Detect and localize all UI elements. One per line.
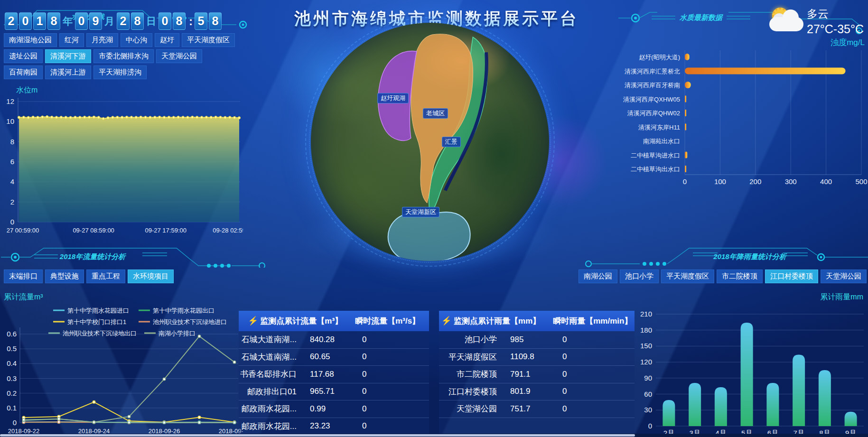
svg-text:200: 200	[749, 177, 761, 186]
table-row[interactable]: 市二院楼顶791.10	[439, 366, 635, 383]
table-row[interactable]: 邮政雨水花园...0.990	[239, 400, 429, 418]
cumulative-value: 965.71	[310, 387, 362, 396]
svg-text:清溪河东岸H11: 清溪河东岸H11	[638, 124, 680, 131]
location-tab[interactable]: 中心沟	[121, 33, 152, 47]
svg-text:30: 30	[644, 406, 652, 414]
svg-text:第十中学校门口排口1: 第十中学校门口排口1	[67, 318, 126, 325]
instant-value: 0	[562, 335, 635, 344]
map-region-tiantanghu[interactable]	[388, 212, 470, 261]
svg-text:0.6: 0.6	[7, 330, 17, 338]
station-tab-row: 遗址公园清溪河下游市委北侧排水沟天堂湖公园	[4, 49, 247, 63]
table-row[interactable]: 邮政雨水花园...23.230	[239, 418, 429, 436]
svg-text:90: 90	[644, 374, 652, 382]
datetime-flip-clock: 2018年09月28日08:58	[5, 12, 223, 30]
instant-value: 0	[362, 387, 429, 396]
table-row[interactable]: 江口村委楼顶801.90	[439, 383, 635, 401]
flow-category-tab[interactable]: 典型设施	[45, 270, 84, 283]
monitor-point-name: 石城大道南湖...	[239, 352, 310, 363]
svg-text:0.5: 0.5	[7, 344, 17, 353]
city-map[interactable]: 赵圩观湖老城区汇景天堂湖新区	[311, 23, 549, 261]
table-row[interactable]: 石城大道南湖...840.280	[239, 331, 429, 349]
svg-text:0.2: 0.2	[7, 389, 17, 397]
table-row[interactable]: 天堂湖公园751.70	[439, 400, 635, 418]
rain-station-tab[interactable]: 市二院楼顶	[717, 270, 763, 283]
rain-table-body: 池口小学9850平天湖度假区1109.80市二院楼顶791.10江口村委楼顶80…	[439, 331, 635, 418]
rainfall-bar-chart: 03060901201501802102月3月4月5月6月7月8月9月	[635, 304, 867, 437]
flow-line-chart: 00.10.20.30.40.50.62018-09-222018-09-242…	[2, 303, 243, 437]
table-row[interactable]: 平天湖度假区1109.80	[439, 349, 635, 366]
instant-value: 0	[362, 404, 429, 414]
cumulative-value: 791.1	[510, 370, 562, 379]
clock-digit: 8	[131, 12, 144, 30]
flow-category-tab[interactable]: 重点工程	[86, 270, 125, 283]
monitor-point-name: 邮政排出口01	[239, 386, 310, 397]
rain-station-tab[interactable]: 平天湖度假区	[661, 270, 714, 283]
instant-value: 0	[362, 421, 429, 431]
dashboard: 池州市海绵城市监测数据展示平台 水位过程线 2018年09月28日08:58 南…	[0, 0, 868, 437]
monitor-point-name: 邮政雨水花园...	[239, 403, 310, 414]
location-tab[interactable]: 月亮湖	[86, 33, 118, 47]
flow-table: ⚡监测点累计流量【m³】 瞬时流量【m³/s】 石城大道南湖...840.280…	[239, 311, 429, 437]
clock-digit: 1	[33, 12, 46, 30]
weather-panel: 多云 27°C-35°C 浊度mg/L	[807, 7, 865, 48]
rain-unit-label: 累计雨量mm	[820, 292, 863, 302]
lightning-icon: ⚡	[441, 316, 452, 325]
cumulative-value: 801.9	[510, 387, 562, 396]
rain-station-tab[interactable]: 池口小学	[620, 270, 659, 283]
location-tab[interactable]: 遗址公园	[4, 49, 43, 63]
instant-value: 0	[362, 370, 429, 379]
water-level-chart: 02468101227 00:59:0009-27 08:59:0009-27 …	[2, 94, 243, 236]
svg-text:100: 100	[714, 177, 726, 186]
svg-text:6: 6	[10, 158, 14, 166]
clock-unit-label: 日	[146, 15, 156, 28]
clock-unit-label: 年	[63, 15, 73, 28]
horizontal-scrollbar[interactable]	[0, 434, 868, 437]
table-row[interactable]: 邮政排出口01965.710	[239, 383, 429, 401]
scrollbar-thumb[interactable]	[0, 434, 635, 437]
svg-text:池州职业技术下沉绿地进口: 池州职业技术下沉绿地进口	[153, 318, 227, 325]
svg-text:第十中学雨水花园进口: 第十中学雨水花园进口	[67, 307, 129, 314]
svg-text:400: 400	[820, 177, 832, 186]
svg-text:150: 150	[640, 342, 652, 350]
svg-text:2: 2	[10, 198, 14, 206]
instant-value: 0	[562, 370, 635, 379]
location-tab[interactable]: 清溪河上游	[45, 65, 91, 79]
monitor-point-name: 邮政雨水花园...	[239, 421, 310, 432]
location-tab[interactable]: 百荷南园	[4, 65, 43, 79]
svg-text:0: 0	[683, 177, 687, 186]
svg-text:09-28 02:59:00: 09-28 02:59:00	[213, 227, 243, 234]
svg-text:27 00:59:00: 27 00:59:00	[7, 227, 39, 234]
flow-section-header: 2018年流量统计分析	[0, 246, 266, 268]
location-tab[interactable]: 市委北侧排水沟	[93, 49, 154, 63]
location-tab[interactable]: 红河	[59, 33, 84, 47]
cumulative-value: 1109.8	[510, 352, 562, 362]
svg-text:60: 60	[644, 390, 652, 398]
rain-station-tab[interactable]: 江口村委楼顶	[765, 270, 818, 283]
table-row[interactable]: 书香名邸排水口117.680	[239, 366, 429, 383]
location-tab[interactable]: 清溪河下游	[45, 49, 91, 63]
svg-text:10: 10	[6, 117, 14, 125]
svg-text:120: 120	[640, 358, 652, 366]
flow-category-tab[interactable]: 末端排口	[4, 270, 43, 283]
monitor-point-name: 书香名邸排水口	[239, 369, 310, 380]
flow-category-tab[interactable]: 水环境项目	[128, 270, 174, 283]
svg-text:0.1: 0.1	[7, 404, 17, 412]
rain-station-tab[interactable]: 南湖公园	[579, 270, 617, 283]
svg-text:南湖苑出水口: 南湖苑出水口	[643, 138, 680, 145]
rain-table-header: ⚡监测点累计雨量【mm】 瞬时雨量【mm/min】	[439, 311, 635, 331]
svg-text:4: 4	[10, 177, 14, 186]
table-row[interactable]: 池口小学9850	[439, 331, 635, 349]
clock-unit-label: 月	[104, 15, 114, 28]
location-tab[interactable]: 平天湖排涝沟	[93, 65, 147, 79]
rain-station-tab[interactable]: 天堂湖公园	[821, 270, 867, 283]
location-tab[interactable]: 南湖湿地公园	[4, 33, 57, 47]
svg-text:8: 8	[10, 138, 14, 146]
svg-text:300: 300	[785, 177, 797, 186]
location-tab[interactable]: 天堂湖公园	[156, 49, 202, 63]
location-tab[interactable]: 赵圩	[155, 33, 179, 47]
location-tab[interactable]: 平天湖度假区	[182, 33, 235, 47]
instant-value: 0	[362, 335, 429, 344]
table-row[interactable]: 石城大道南湖...60.650	[239, 349, 429, 366]
weather-condition: 多云	[807, 7, 865, 21]
weather-temperature: 27°C-35°C	[807, 22, 865, 36]
